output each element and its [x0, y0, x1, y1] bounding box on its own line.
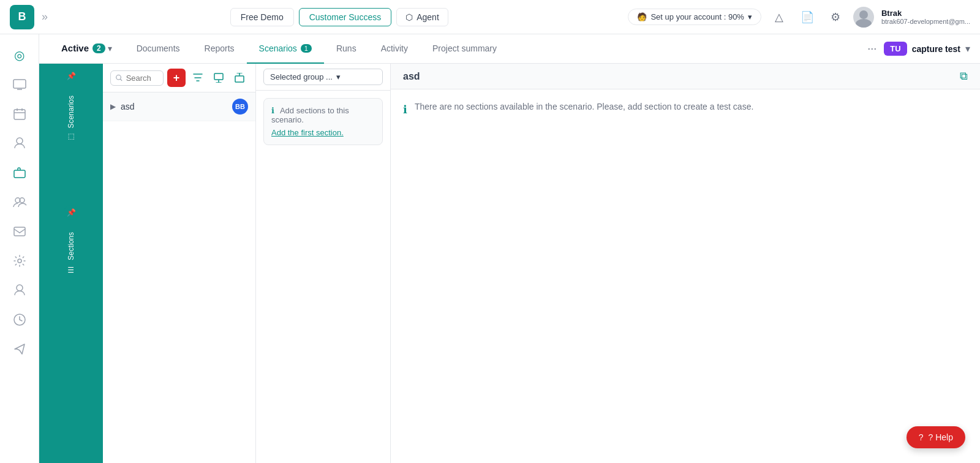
info-icon: ℹ	[403, 103, 407, 116]
add-first-section-link[interactable]: Add the first section.	[271, 128, 375, 137]
scenario-avatar: BB	[232, 99, 248, 115]
active-label: Active	[61, 43, 89, 53]
inner-layout: 📌 ⬚ Scenarios 📌 ☰ Sections	[39, 64, 980, 463]
topbar-center: Free Demo Customer Success ⬡ Agent	[55, 8, 623, 26]
main-layout: ◎	[0, 34, 980, 463]
tab-scenarios[interactable]: Scenarios 1	[247, 34, 324, 64]
info-box-message: ℹ Add sections to this scenario.	[271, 106, 375, 124]
search-input[interactable]	[126, 73, 158, 83]
scenarios-badge: 1	[301, 44, 312, 53]
sidebar-item-briefcase[interactable]	[6, 159, 33, 186]
setup-label: Set up your account : 90%	[650, 12, 744, 21]
alert-icon-button[interactable]: △	[769, 7, 790, 28]
help-label: ? Help	[929, 432, 953, 442]
workspace-initials: TU	[890, 44, 900, 53]
main-content: asd ⧉ ℹ There are no sections available …	[391, 64, 980, 463]
selected-group-dropdown[interactable]: Selected group ... ▾	[263, 69, 383, 85]
tab-activity[interactable]: Activity	[369, 34, 420, 64]
svg-rect-19	[235, 76, 244, 82]
scenarios-tab-label: Scenarios	[67, 96, 75, 128]
active-dropdown-icon[interactable]: ▾	[108, 43, 112, 53]
sidebar-item-settings[interactable]	[6, 247, 33, 274]
pin-scenarios-button[interactable]: 📌	[64, 69, 78, 83]
svg-line-17	[121, 79, 122, 80]
add-scenario-button[interactable]: +	[167, 69, 186, 87]
topbar-right: 🧑 Set up your account : 90% ▾ △ 📄 ⚙ Btra…	[628, 7, 970, 28]
sections-tab-icon: ☰	[67, 265, 75, 274]
group-dropdown-icon: ▾	[336, 72, 341, 81]
customer-success-button[interactable]: Customer Success	[299, 8, 391, 26]
expand-icon[interactable]: »	[39, 10, 50, 23]
tab-project-summary[interactable]: Project summary	[420, 34, 509, 64]
sidebar-item-profile2[interactable]	[6, 277, 33, 304]
sidebar-item-home[interactable]: ◎	[6, 42, 33, 69]
copy-icon-button[interactable]: ⧉	[960, 70, 968, 83]
sidebar-item-team[interactable]	[6, 189, 33, 216]
user-name: Btrak	[881, 9, 970, 18]
tabs-bar: Active 2 ▾ Documents Reports Scenarios 1…	[39, 34, 980, 64]
groups-toolbar: Selected group ... ▾	[256, 64, 390, 91]
help-icon: ?	[919, 432, 924, 442]
user-email: btrak607-development@gm...	[881, 18, 970, 25]
selected-group-label: Selected group ...	[270, 72, 333, 81]
content-title: asd	[403, 71, 960, 82]
settings-icon-button[interactable]: ⚙	[825, 7, 846, 28]
tabs-right: ··· TU capture test ▾	[865, 40, 970, 58]
scenarios-tab-icon: ⬚	[67, 133, 75, 141]
app-logo[interactable]: B	[10, 5, 34, 29]
groups-panel: Selected group ... ▾ ℹ Add sections to t…	[256, 64, 391, 463]
svg-point-1	[856, 19, 872, 28]
svg-rect-2	[13, 80, 26, 88]
tab-runs[interactable]: Runs	[324, 34, 369, 64]
person-icon: 🧑	[637, 12, 647, 21]
pin-sections-button[interactable]: 📌	[64, 205, 78, 220]
svg-rect-18	[214, 73, 223, 80]
content-area: Active 2 ▾ Documents Reports Scenarios 1…	[39, 34, 980, 463]
svg-point-14	[17, 285, 23, 291]
help-button[interactable]: ? ? Help	[907, 426, 965, 448]
document-icon-button[interactable]: 📄	[797, 7, 818, 28]
import-button[interactable]	[210, 69, 227, 86]
chevron-down-icon: ▾	[748, 12, 752, 21]
svg-point-8	[17, 138, 23, 144]
workspace-dropdown-icon[interactable]: ▾	[965, 43, 970, 55]
add-sections-info: ℹ Add sections to this scenario. Add the…	[263, 98, 383, 145]
agent-label: Agent	[417, 12, 439, 22]
tab-reports[interactable]: Reports	[192, 34, 247, 64]
workspace-badge[interactable]: TU	[884, 42, 907, 56]
sidebar-item-clock[interactable]	[6, 306, 33, 333]
scenarios-tab[interactable]: ⬚ Scenarios	[62, 86, 80, 151]
svg-rect-12	[14, 227, 25, 236]
filter-button[interactable]	[189, 69, 206, 86]
sections-tab-label: Sections	[67, 232, 75, 260]
empty-state-message: There are no sections available in the s…	[415, 102, 753, 111]
svg-point-13	[18, 259, 21, 263]
user-info: Btrak btrak607-development@gm...	[881, 9, 970, 25]
agent-button[interactable]: ⬡ Agent	[396, 8, 448, 26]
scenarios-sidebar: 📌 ⬚ Scenarios 📌 ☰ Sections	[39, 64, 103, 463]
more-options-button[interactable]: ···	[865, 40, 879, 58]
search-icon	[116, 73, 123, 82]
svg-rect-9	[14, 170, 25, 178]
sidebar-item-send[interactable]	[6, 336, 33, 363]
scenarios-panel: + ▶ asd BB	[103, 64, 256, 463]
setup-account-button[interactable]: 🧑 Set up your account : 90% ▾	[628, 9, 761, 25]
export-button[interactable]	[231, 69, 248, 86]
svg-rect-4	[14, 110, 25, 119]
empty-state: ℹ There are no sections available in the…	[391, 89, 980, 463]
tab-active[interactable]: Active 2 ▾	[49, 34, 124, 64]
svg-point-0	[859, 10, 868, 19]
sidebar-item-calendar[interactable]	[6, 100, 33, 127]
search-input-wrap[interactable]	[110, 70, 164, 86]
topbar: B » Free Demo Customer Success ⬡ Agent 🧑…	[0, 0, 980, 34]
free-demo-button[interactable]: Free Demo	[230, 8, 294, 26]
left-sidebar: ◎	[0, 34, 39, 463]
sidebar-item-mail[interactable]	[6, 218, 33, 245]
active-badge-count: 2	[92, 43, 105, 53]
sections-tab[interactable]: ☰ Sections	[62, 222, 80, 284]
tab-documents[interactable]: Documents	[124, 34, 192, 64]
scenario-item[interactable]: ▶ asd BB	[103, 92, 255, 121]
sidebar-item-tv[interactable]	[6, 71, 33, 98]
avatar[interactable]	[853, 7, 874, 28]
sidebar-item-user[interactable]	[6, 130, 33, 157]
